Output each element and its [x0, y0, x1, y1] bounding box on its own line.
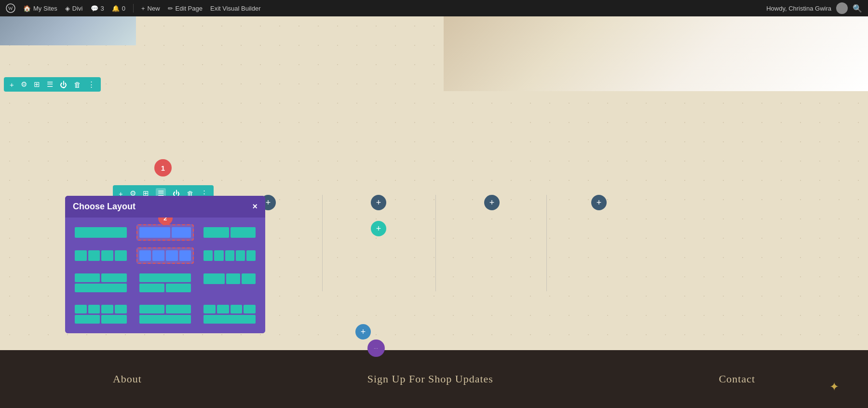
my-sites-item[interactable]: 🏠 My Sites — [23, 5, 57, 12]
footer-nav: About Sign Up For Shop Updates Contact — [0, 350, 868, 408]
footer-contact[interactable]: Contact — [719, 373, 755, 385]
layout-row-4 — [72, 302, 258, 326]
exit-builder-label: Exit Visual Builder — [210, 5, 261, 12]
footer-about[interactable]: About — [113, 373, 142, 385]
edit-page-label: Edit Page — [176, 5, 203, 12]
layout-row-1: 2 — [72, 224, 258, 241]
layout-3col-stacked[interactable] — [136, 302, 194, 326]
notifications-item[interactable]: 🔔 0 — [112, 5, 125, 12]
layout-stacked-center[interactable] — [136, 271, 194, 295]
plus-icon: + — [489, 198, 495, 208]
notifications-icon: 🔔 — [112, 5, 120, 12]
notifications-count: 0 — [122, 5, 125, 12]
row-badge-1: 1 — [154, 159, 172, 177]
panel-body: 2 — [65, 218, 265, 333]
user-greeting: Howdy, Christina Gwira — [766, 5, 831, 12]
layout-4col[interactable] — [72, 247, 130, 264]
more-row-icon[interactable]: ⋮ — [88, 80, 95, 89]
exit-builder-item[interactable]: Exit Visual Builder — [210, 5, 261, 12]
layout-5col[interactable] — [201, 247, 258, 264]
divi-label: Divi — [72, 5, 83, 12]
comments-item[interactable]: 💬 3 — [91, 5, 104, 12]
divi-icon: ◈ — [65, 5, 70, 12]
delete-row-icon[interactable]: 🗑 — [74, 81, 81, 89]
vline-3 — [546, 195, 547, 291]
add-col-3-button[interactable]: + — [484, 195, 500, 210]
new-item[interactable]: + New — [141, 5, 160, 12]
layout-2col-equal[interactable] — [201, 224, 258, 241]
plus-icon: + — [361, 327, 366, 337]
divi-item[interactable]: ◈ Divi — [65, 5, 83, 12]
layout-stacked-left[interactable] — [72, 271, 130, 295]
admin-bar-right: Howdy, Christina Gwira 🔍 — [766, 2, 862, 14]
user-avatar[interactable] — [836, 2, 848, 14]
new-label: New — [148, 5, 160, 12]
my-sites-label: My Sites — [33, 5, 57, 12]
wp-logo-icon: W — [6, 3, 15, 13]
home-icon: 🏠 — [23, 5, 31, 12]
row-toolbar-top: + ⚙ ⊞ ☰ ⏻ 🗑 ⋮ — [4, 77, 101, 92]
save-row-icon[interactable]: ☰ — [47, 80, 53, 89]
layout-3col-unequal[interactable] — [201, 271, 258, 295]
add-col-2-button[interactable]: + — [371, 195, 386, 210]
layout-row-3 — [72, 271, 258, 295]
add-row-button[interactable]: + — [355, 324, 371, 340]
comments-count: 3 — [101, 5, 104, 12]
comments-icon: 💬 — [91, 5, 98, 12]
panel-header: Choose Layout × — [65, 196, 265, 218]
layout-4col-right[interactable] — [201, 302, 258, 326]
plus-icon: + — [376, 224, 381, 234]
panel-title: Choose Layout — [73, 202, 136, 212]
plus-icon: + — [266, 198, 271, 208]
add-col-4-button[interactable]: + — [591, 195, 607, 210]
pencil-icon: ✏ — [168, 5, 173, 12]
choose-layout-panel: Choose Layout × 2 — [65, 196, 265, 333]
add-row-icon[interactable]: + — [10, 81, 14, 89]
panel-close-button[interactable]: × — [252, 202, 258, 212]
power-row-icon[interactable]: ⏻ — [60, 81, 67, 89]
plus-icon: + — [141, 5, 145, 12]
layout-row-2 — [72, 247, 258, 264]
vline-1 — [322, 195, 323, 291]
layout-4col-stacked[interactable] — [72, 302, 130, 326]
clone-row-icon[interactable]: ⊞ — [34, 80, 40, 89]
top-image-left — [0, 16, 136, 45]
layout-4col-selected[interactable] — [136, 247, 194, 264]
svg-text:W: W — [8, 5, 14, 11]
plus-icon: + — [376, 198, 381, 208]
edit-page-item[interactable]: ✏ Edit Page — [168, 5, 203, 12]
settings-row-icon[interactable]: ⚙ — [21, 80, 27, 89]
separator-1 — [133, 4, 134, 13]
footer: About Sign Up For Shop Updates Contact ✦ — [0, 350, 868, 408]
vline-2 — [435, 195, 436, 291]
ellipsis-icon: ··· — [374, 346, 379, 351]
wp-logo-item[interactable]: W — [6, 3, 15, 13]
page-background: + ⚙ ⊞ ☰ ⏻ 🗑 ⋮ 1 + ⚙ ⊞ ☰ ⏻ 🗑 ⋮ Choose Lay… — [0, 16, 868, 408]
add-col-2-teal-button[interactable]: + — [371, 221, 386, 236]
search-icon[interactable]: 🔍 — [853, 4, 862, 13]
top-image-right — [444, 16, 868, 91]
badge-2: 2 — [158, 218, 173, 225]
menu-dot-button[interactable]: ··· — [367, 340, 385, 357]
footer-signup[interactable]: Sign Up For Shop Updates — [367, 373, 493, 385]
layout-2col-unequal[interactable]: 2 — [136, 224, 194, 241]
layout-full-width[interactable] — [72, 224, 130, 241]
footer-diamond-icon: ✦ — [829, 380, 839, 394]
admin-bar: W 🏠 My Sites ◈ Divi 💬 3 🔔 0 + New ✏ Edit… — [0, 0, 868, 16]
plus-icon: + — [597, 198, 602, 208]
